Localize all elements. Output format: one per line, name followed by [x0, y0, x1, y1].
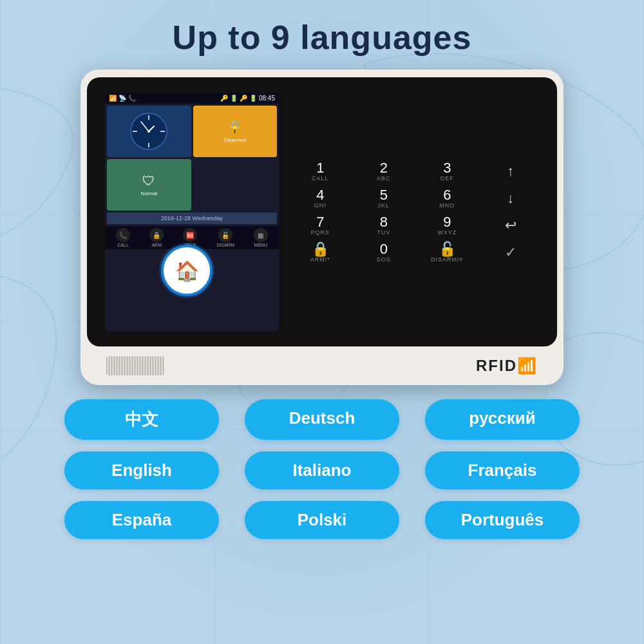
- key-up[interactable]: ↑: [482, 161, 540, 182]
- call-icon-btn[interactable]: 📞 CALL: [116, 228, 130, 247]
- key-9[interactable]: 9 WXYZ: [419, 215, 476, 236]
- lang-pill-polish[interactable]: Polski: [245, 501, 399, 539]
- status-bar: 📶 📡 📞 🔑 🔋 🔑 🔋 08:45: [105, 93, 279, 104]
- key-3[interactable]: 3 DEF: [419, 161, 476, 182]
- disarm-label-bot: DISARM: [216, 243, 234, 247]
- key-6-letters: MNO: [439, 202, 455, 209]
- key-3-num: 3: [443, 161, 451, 175]
- device-panel: 📶 📡 📞 🔑 🔋 🔑 🔋 08:45: [87, 77, 557, 346]
- lang-pill-chinese[interactable]: 中文: [64, 399, 219, 440]
- call-label: CALL: [117, 243, 129, 247]
- lang-pill-russian[interactable]: русский: [425, 399, 580, 440]
- clock-svg: [129, 112, 168, 151]
- lang-pill-english[interactable]: English: [64, 451, 219, 489]
- key-2[interactable]: 2 ABC: [355, 161, 413, 182]
- key-7[interactable]: 7 PQRS: [292, 215, 349, 236]
- key-back[interactable]: ↩: [482, 215, 540, 236]
- key-confirm-icon: ✓: [505, 244, 516, 261]
- key-0[interactable]: 0 SOS: [355, 242, 413, 263]
- key-down-icon: ↓: [507, 190, 514, 207]
- lock-icon: 🔒: [227, 120, 243, 135]
- key-4-letters: GHI: [314, 202, 327, 209]
- page-title: Up to 9 languages: [173, 18, 472, 57]
- lang-pill-german[interactable]: Deutsch: [245, 399, 399, 440]
- menu-circle: ▦: [254, 228, 268, 242]
- wifi-icon: 📡: [118, 95, 126, 102]
- tiles-area: 🔒 Disarmed 🛡 Normal 2016-12-28 Wednesday: [105, 104, 279, 226]
- key-arm-icon: 🔒: [312, 242, 329, 256]
- key-up-icon: ↑: [507, 163, 514, 180]
- device: 📶 📡 📞 🔑 🔋 🔑 🔋 08:45: [80, 70, 564, 385]
- rfid-text: RFID: [476, 357, 517, 374]
- clock-tile: [107, 106, 191, 157]
- shield-icon: 🛡: [142, 174, 155, 189]
- lang-pill-italian[interactable]: Italiano: [245, 451, 399, 489]
- key-6-num: 6: [443, 188, 451, 202]
- speaker-grille: [106, 356, 164, 375]
- disarm-circle: 🔓: [218, 228, 232, 242]
- svg-point-14: [147, 130, 150, 133]
- arm-icon-btn[interactable]: 🔒 ARM: [149, 228, 164, 247]
- key-5-num: 5: [380, 188, 388, 202]
- lang-pill-spanish[interactable]: España: [64, 501, 219, 539]
- help-circle: 🆘: [183, 228, 197, 242]
- signal-icon: 📶: [109, 95, 117, 102]
- key-0-letters: SOS: [377, 256, 391, 263]
- home-icon: 🏠: [175, 260, 199, 282]
- key-confirm[interactable]: ✓: [482, 242, 540, 263]
- key-8[interactable]: 8 TUV: [355, 215, 413, 236]
- key-2-letters: ABC: [377, 175, 391, 182]
- key-down[interactable]: ↓: [482, 188, 540, 209]
- key-1-letters: CALL: [312, 175, 329, 182]
- lang-pill-french[interactable]: Français: [425, 451, 580, 489]
- key-arm[interactable]: 🔒 ARM/*: [292, 242, 349, 263]
- battery-icon: 🔋: [230, 95, 238, 102]
- key-9-num: 9: [443, 215, 451, 229]
- key-9-letters: WXYZ: [437, 229, 457, 236]
- key-7-num: 7: [316, 215, 324, 229]
- rfid-label: RFID📶: [476, 357, 538, 375]
- page-container: Up to 9 languages 📶 📡 📞 🔑 🔋 🔑 🔋 08:45: [0, 0, 644, 644]
- key-disarm-letters: DISARM/#: [431, 256, 464, 263]
- key-back-icon: ↩: [505, 217, 516, 234]
- key-4[interactable]: 4 GHI: [292, 188, 349, 209]
- key-6[interactable]: 6 MNO: [419, 188, 476, 209]
- arm-label: Disarmed: [224, 137, 246, 143]
- key-5[interactable]: 5 JKL: [355, 188, 413, 209]
- key-icon: 🔑: [220, 95, 228, 102]
- menu-label: MENU: [254, 243, 268, 247]
- rfid-wave-icon: 📶: [517, 357, 538, 374]
- home-button[interactable]: 🏠: [161, 245, 213, 296]
- key-arm-letters: ARM/*: [310, 256, 330, 263]
- time-display: 🔑 🔋 08:45: [240, 95, 275, 102]
- date-bar: 2016-12-28 Wednesday: [107, 213, 277, 224]
- languages-grid: 中文DeutschрусскийEnglishItalianoFrançaisE…: [64, 399, 580, 539]
- key-0-num: 0: [380, 242, 388, 256]
- keypad: 1 CALL 2 ABC 3 DEF ↑ 4 GHI: [292, 155, 539, 269]
- call-circle: 📞: [116, 228, 130, 242]
- key-7-letters: PQRS: [310, 229, 330, 236]
- normal-tile: 🛡 Normal: [107, 159, 191, 211]
- normal-label: Normal: [140, 191, 157, 196]
- status-icons-right: 🔑 🔋 🔑 🔋 08:45: [220, 95, 275, 102]
- arm-label-bot: ARM: [151, 243, 162, 247]
- key-3-letters: DEF: [440, 175, 454, 182]
- key-5-letters: JKL: [377, 202, 390, 209]
- key-disarm[interactable]: 🔓 DISARM/#: [419, 242, 476, 263]
- key-1-num: 1: [316, 161, 324, 175]
- disarm-icon-btn[interactable]: 🔓 DISARM: [216, 228, 234, 247]
- key-disarm-icon: 🔓: [439, 242, 456, 256]
- arm-tile: 🔒 Disarmed: [193, 106, 278, 157]
- key-8-num: 8: [380, 215, 388, 229]
- key-8-letters: TUV: [377, 229, 390, 236]
- device-bottom: RFID📶: [87, 346, 557, 385]
- menu-icon-btn[interactable]: ▦ MENU: [254, 228, 268, 247]
- key-2-num: 2: [380, 161, 388, 175]
- lang-pill-portuguese[interactable]: Português: [425, 501, 580, 539]
- key-4-num: 4: [316, 188, 324, 202]
- call-icon: 📞: [128, 95, 136, 102]
- status-icons-left: 📶 📡 📞: [109, 95, 136, 102]
- key-1[interactable]: 1 CALL: [292, 161, 349, 182]
- arm-circle: 🔒: [149, 228, 164, 242]
